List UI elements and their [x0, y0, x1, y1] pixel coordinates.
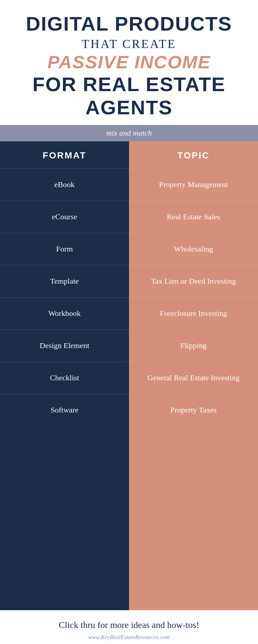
title-line2: THAT CREATE [19, 37, 239, 51]
footer-cta[interactable]: Click thru for more ideas and how-tos! [6, 620, 252, 630]
topic-column-header: TOPIC [129, 141, 258, 168]
mix-match-bar: mix and match [0, 125, 258, 141]
topic-item-real-estate-sales: Real Estate Sales [129, 201, 258, 233]
format-item-workbook: Workbook [0, 297, 129, 329]
title-line3: PASSIVE INCOME [19, 52, 239, 72]
table-section: FORMAT eBook eCourse Form Template Workb… [0, 141, 258, 610]
format-item-checklist: Checklist [0, 362, 129, 394]
title-line5: AGENTS [19, 97, 239, 118]
footer-section: Click thru for more ideas and how-tos! w… [0, 610, 258, 644]
format-item-template: Template [0, 265, 129, 297]
title-line1: DIGITAL PRODUCTS [19, 13, 239, 35]
topic-item-foreclosure: Foreclosure Investing [129, 297, 258, 329]
footer-url[interactable]: www.KeyRealEstateResources.com [6, 634, 252, 641]
topic-item-property-management: Property Management [129, 168, 258, 201]
topic-item-tax-lien: Tax Lien or Deed Investing [129, 265, 258, 297]
topic-item-general-investing: General Real Estate Investing [129, 362, 258, 394]
title-line4: FOR REAL ESTATE [19, 73, 239, 95]
header-section: DIGITAL PRODUCTS THAT CREATE PASSIVE INC… [0, 0, 258, 125]
format-column: FORMAT eBook eCourse Form Template Workb… [0, 141, 129, 610]
topic-column: TOPIC Property Management Real Estate Sa… [129, 141, 258, 610]
format-item-form: Form [0, 233, 129, 265]
format-item-ecourse: eCourse [0, 201, 129, 233]
format-column-header: FORMAT [0, 141, 129, 168]
topic-item-flipping: Flipping [129, 329, 258, 362]
format-item-ebook: eBook [0, 168, 129, 201]
topic-item-wholesaling: Wholesaling [129, 233, 258, 265]
topic-item-property-taxes: Property Taxes [129, 394, 258, 426]
format-item-design-element: Design Element [0, 329, 129, 362]
format-item-software: Software [0, 394, 129, 426]
